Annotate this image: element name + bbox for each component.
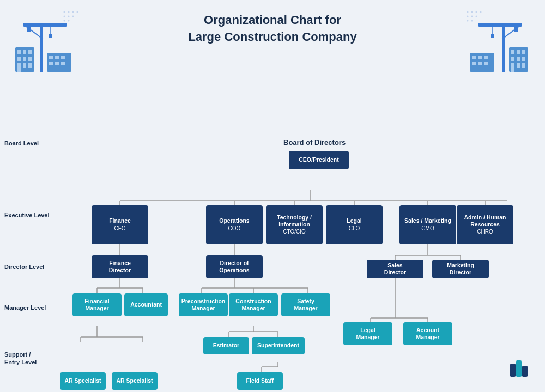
- logo: [508, 358, 530, 382]
- svg-point-33: [467, 11, 469, 13]
- director-ops-node: Director of Operations: [206, 255, 263, 278]
- svg-point-30: [72, 16, 74, 17]
- admin-hr-node: Admin / Human Resources CHRO: [457, 205, 513, 244]
- svg-point-35: [476, 11, 477, 13]
- svg-rect-4: [27, 27, 31, 32]
- technology-node: Technology / Information CTO/CIO: [266, 205, 323, 244]
- svg-point-34: [471, 11, 473, 13]
- construction-manager-node: Construction Manager: [229, 293, 278, 316]
- superintendent-node: Superintendent: [252, 337, 305, 354]
- sales-director-node: Sales Director: [367, 260, 423, 278]
- svg-rect-1: [23, 23, 67, 27]
- legal-manager-node: Legal Manager: [343, 322, 392, 345]
- chart-title: Organizational Chart for Large Construct…: [0, 12, 545, 46]
- svg-point-37: [467, 16, 469, 17]
- finance-cfo-node: Finance CFO: [92, 205, 148, 244]
- account-manager-node: Account Manager: [403, 322, 452, 345]
- svg-rect-107: [522, 366, 528, 377]
- field-staff-node: Field Staff: [237, 372, 283, 390]
- page: Organizational Chart for Large Construct…: [0, 0, 545, 392]
- estimator-node: Estimator: [203, 337, 249, 354]
- board-of-directors-label: Board of Directors: [283, 138, 346, 146]
- accountant-node: Accountant: [124, 293, 168, 316]
- svg-point-40: [467, 20, 469, 22]
- legal-clo-node: Legal CLO: [326, 205, 383, 244]
- header: Organizational Chart for Large Construct…: [0, 0, 545, 51]
- director-level-label: Director Level: [4, 264, 44, 270]
- svg-rect-46: [514, 27, 518, 32]
- ar-specialist-2-node: AR Specialist: [112, 372, 158, 390]
- svg-point-41: [471, 20, 473, 22]
- svg-point-28: [64, 16, 65, 17]
- executive-level-label: Executive Level: [4, 212, 50, 218]
- svg-point-29: [68, 16, 70, 17]
- marketing-director-node: Marketing Director: [432, 260, 489, 278]
- svg-point-27: [77, 11, 78, 13]
- financial-manager-node: Financial Manager: [72, 293, 122, 316]
- svg-rect-43: [478, 23, 522, 27]
- svg-point-38: [471, 16, 473, 17]
- svg-rect-48: [491, 34, 494, 38]
- ar-specialist-1-node: AR Specialist: [60, 372, 106, 390]
- preconstruction-manager-node: Preconstruction Manager: [179, 293, 228, 316]
- svg-point-26: [72, 11, 74, 13]
- svg-point-31: [64, 20, 65, 22]
- svg-point-39: [476, 16, 477, 17]
- svg-rect-105: [510, 364, 516, 377]
- operations-coo-node: Operations COO: [206, 205, 263, 244]
- chart-container: Board Level Executive Level Director Lev…: [0, 51, 545, 367]
- svg-point-25: [68, 11, 70, 13]
- svg-point-36: [480, 11, 482, 13]
- ceo-node: CEO/President: [289, 151, 349, 169]
- svg-rect-106: [516, 360, 522, 377]
- safety-manager-node: Safety Manager: [281, 293, 330, 316]
- svg-point-32: [68, 20, 70, 22]
- svg-point-24: [64, 11, 65, 13]
- support-level-label: Support / Entry Level: [4, 351, 37, 366]
- sales-marketing-node: Sales / Marketing CMO: [399, 205, 456, 244]
- svg-rect-6: [49, 34, 52, 38]
- finance-director-node: Finance Director: [92, 255, 148, 278]
- board-level-label: Board Level: [4, 140, 39, 146]
- manager-level-label: Manager Level: [4, 304, 46, 311]
